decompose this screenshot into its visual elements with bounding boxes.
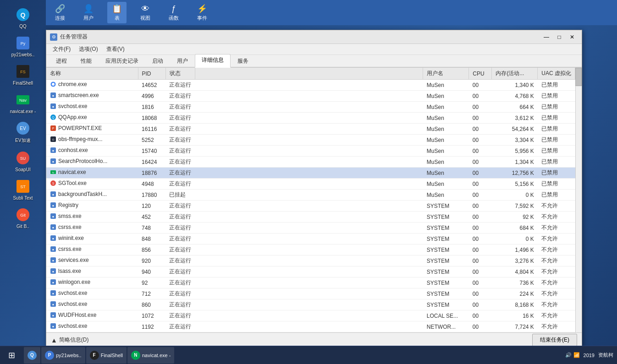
chevron-icon: ▲ — [51, 337, 57, 344]
desktop-icon-navicat[interactable]: Nav navicat.exe - — [2, 90, 44, 116]
table-row[interactable]: ■wininit.exe848正在运行SYSTEM000 K不允许 — [46, 234, 575, 244]
vertical-scrollbar[interactable] — [575, 68, 582, 332]
table-row[interactable]: ■Registry120正在运行SYSTEM007,592 K不允许 — [46, 201, 575, 212]
process-status: 正在运行 — [165, 168, 195, 179]
table-row[interactable]: ■backgroundTaskH...17880已挂起MuSen000 K已禁用 — [46, 190, 575, 201]
table-row[interactable]: ■winlogon.exe92正在运行SYSTEM00736 K不允许 — [46, 277, 575, 288]
tab-startup[interactable]: 启动 — [145, 55, 170, 67]
summary-toggle[interactable]: ▲ 简略信息(D) — [51, 336, 89, 344]
process-user: MuSen — [423, 102, 469, 113]
table-row[interactable]: ■services.exe920正在运行SYSTEM003,276 K不允许 — [46, 255, 575, 266]
process-status: 正在运行 — [165, 124, 195, 135]
process-user: MuSen — [423, 80, 469, 91]
process-memory: 3,612 K — [492, 113, 538, 124]
process-icon: ■ — [50, 202, 56, 208]
table-row[interactable]: ■lsass.exe940正在运行SYSTEM004,804 K不允许 — [46, 266, 575, 277]
col-header-name[interactable]: 名称 — [46, 68, 138, 80]
table-row[interactable]: SSGTool.exe4948正在运行MuSen005,156 K已禁用 — [46, 179, 575, 190]
col-header-pid[interactable]: PID — [138, 68, 165, 80]
table-row[interactable]: ■csrss.exe748正在运行SYSTEM00684 K不允许 — [46, 223, 575, 234]
process-name: POWERPNT.EXE — [58, 125, 102, 131]
process-icon: ■ — [50, 103, 56, 109]
scrollbar-thumb[interactable] — [575, 68, 582, 86]
start-button[interactable]: ⊞ — [0, 346, 23, 364]
minimize-button[interactable]: — — [540, 33, 552, 42]
table-row[interactable]: ■smss.exe452正在运行SYSTEM0092 K不允许 — [46, 212, 575, 223]
table-row[interactable]: ■svchost.exe860正在运行SYSTEM008,168 K不允许 — [46, 299, 575, 310]
close-button[interactable]: ✕ — [566, 33, 578, 42]
process-icon: ■ — [50, 246, 56, 252]
process-user: SYSTEM — [423, 234, 469, 244]
table-row[interactable]: QQQApp.exe18068正在运行MuSen003,612 K已禁用 — [46, 113, 575, 124]
process-icon: ■ — [50, 158, 56, 164]
taskbar-py-label: py21webs.. — [56, 353, 82, 358]
taskbar-item-qq[interactable]: Q — [24, 347, 40, 364]
table-row[interactable]: ■csrss.exe856正在运行SYSTEM001,496 K不允许 — [46, 244, 575, 255]
desktop-icon-finalshell[interactable]: FS FinalShell — [2, 61, 44, 87]
table-row[interactable]: ■SearchProtocolHo...16424正在运行MuSen001,30… — [46, 157, 575, 168]
tab-performance[interactable]: 性能 — [74, 55, 99, 67]
tab-services[interactable]: 服务 — [231, 55, 255, 67]
process-icon: P — [50, 125, 56, 131]
process-memory: 664 K — [492, 102, 538, 113]
navicat-toolbar: 🔗 连接 👤 用户 📋 表 👁 视图 ƒ 函数 ⚡ 事件 — [46, 0, 617, 25]
process-memory: 1,304 K — [492, 157, 538, 168]
col-header-cpu[interactable]: CPU — [469, 68, 492, 80]
taskbar-py-icon: P — [45, 351, 54, 360]
table-row[interactable]: ■conhost.exe15740正在运行MuSen005,956 K已禁用 — [46, 146, 575, 157]
col-header-user[interactable]: 用户名 — [423, 68, 469, 80]
process-status: 正在运行 — [165, 244, 195, 255]
taskbar-item-navicat[interactable]: N navicat.exe - — [127, 347, 174, 364]
desktop-icon-ev[interactable]: EV EV加速 — [2, 118, 44, 146]
taskbar: ⊞ Q P py21webs.. F FinalShell N navicat.… — [0, 346, 617, 364]
maximize-button[interactable]: □ — [553, 33, 565, 42]
menu-options[interactable]: 选项(O) — [75, 44, 101, 54]
table-row[interactable]: chrome.exe14652正在运行MuSen001,340 K已禁用 — [46, 80, 575, 91]
tab-apphistory[interactable]: 应用历史记录 — [99, 55, 145, 67]
menu-view[interactable]: 查看(V) — [103, 44, 128, 54]
svg-point-17 — [52, 83, 55, 86]
svg-text:N: N — [52, 171, 54, 174]
table-scroll-area: 名称 PID 状态 用户名 CPU 内存(活动... UAC 虚拟化 chrom… — [46, 68, 575, 332]
col-header-uac[interactable]: UAC 虚拟化 — [538, 68, 575, 80]
col-header-mem[interactable]: 内存(活动... — [492, 68, 538, 80]
process-memory: 0 K — [492, 234, 538, 244]
tab-details[interactable]: 详细信息 — [195, 54, 231, 68]
toolbar-connect[interactable]: 🔗 连接 — [50, 2, 70, 23]
toolbar-function[interactable]: ƒ 函数 — [164, 2, 183, 23]
toolbar-user[interactable]: 👤 用户 — [79, 2, 98, 23]
toolbar-event[interactable]: ⚡ 事件 — [193, 2, 212, 23]
end-task-button[interactable]: 结束任务(E) — [532, 334, 577, 346]
process-pid: 748 — [138, 223, 165, 234]
toolbar-view[interactable]: 👁 视图 — [136, 2, 155, 23]
table-row[interactable]: ■svchost.exe712正在运行SYSTEM00224 K不允许 — [46, 288, 575, 299]
table-row[interactable]: ■WUDFHost.exe1072正在运行LOCAL SE...0016 K不允… — [46, 310, 575, 321]
process-uac: 不允许 — [538, 212, 575, 223]
process-cpu: 00 — [469, 157, 492, 168]
table-row[interactable]: ■smartscreen.exe4996正在运行MuSen004,768 K已禁… — [46, 91, 575, 102]
svg-text:■: ■ — [52, 94, 54, 97]
process-status: 正在运行 — [165, 102, 195, 113]
menu-file[interactable]: 文件(F) — [49, 44, 74, 54]
process-name: services.exe — [58, 257, 89, 263]
process-name: chrome.exe — [58, 81, 87, 87]
process-name: navicat.exe — [58, 169, 86, 175]
desktop-icon-soapui[interactable]: SU SoapUI — [2, 148, 44, 174]
table-row[interactable]: ■svchost.exe1192正在运行NETWOR...007,724 K不允… — [46, 321, 575, 332]
table-row[interactable]: ■svchost.exe1816正在运行MuSen00664 K已禁用 — [46, 102, 575, 113]
desktop-icon-qq[interactable]: Q QQ — [2, 5, 44, 31]
process-status: 正在运行 — [165, 288, 195, 299]
table-row[interactable]: Oobs-ffmpeg-mux...5252正在运行MuSen003,304 K… — [46, 135, 575, 146]
tab-process[interactable]: 进程 — [49, 55, 74, 67]
col-header-status[interactable]: 状态 — [165, 68, 195, 80]
toolbar-table[interactable]: 📋 表 — [107, 2, 127, 23]
taskbar-item-py[interactable]: P py21webs.. — [41, 347, 85, 364]
table-row[interactable]: Nnavicat.exe18876正在运行MuSen0012,756 K已禁用 — [46, 168, 575, 179]
table-row[interactable]: PPOWERPNT.EXE16116正在运行MuSen0054,264 K已禁用 — [46, 124, 575, 135]
tab-users[interactable]: 用户 — [170, 55, 195, 67]
desktop-icon-git[interactable]: Git Git B.. — [2, 205, 44, 231]
process-uac: 不允许 — [538, 321, 575, 332]
desktop-icon-sublime[interactable]: ST Subli Text — [2, 176, 44, 202]
desktop-icon-py21webs[interactable]: Py py21webs.. — [2, 33, 44, 59]
taskbar-item-finalshell[interactable]: F FinalShell — [86, 347, 127, 364]
